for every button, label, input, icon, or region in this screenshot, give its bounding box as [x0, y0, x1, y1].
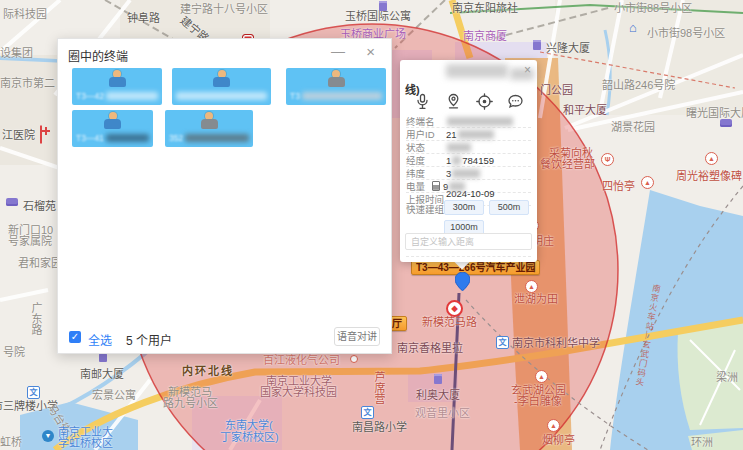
map-label: 江医院	[2, 129, 35, 141]
map-label: 君和家园	[18, 257, 62, 269]
value-blurred	[452, 156, 461, 165]
restaurant-icon: Ψ	[601, 153, 614, 166]
select-all-checkbox[interactable]: ✓	[69, 331, 81, 343]
terminal-name-fragment: 352	[169, 133, 183, 143]
terminal-name-fragment: T3—42	[76, 91, 104, 101]
location-pin-icon[interactable]	[445, 93, 462, 110]
terminal-card[interactable]	[172, 68, 271, 105]
user-avatar	[326, 70, 346, 90]
map-label: 南京市第二	[0, 77, 55, 89]
quick-group-row: 快速建组 300m500m1000m	[406, 200, 533, 235]
map-label: 南京香格里拉	[397, 342, 463, 354]
university-icon: ▼	[42, 430, 54, 442]
map-label: 烟柳亭	[542, 434, 575, 446]
value-blurred	[452, 169, 480, 178]
user-count-text: 5 个用户	[126, 331, 172, 348]
map-label: 南京市科利华中学	[512, 337, 600, 349]
house-icon: ⌂	[629, 23, 637, 33]
pavilion-icon: ▲	[705, 152, 718, 165]
selected-terminal-map-label[interactable]: T3—43—266号汽车产业园	[411, 260, 540, 275]
terminal-name-fragment: T3—41	[76, 133, 104, 143]
select-all-label[interactable]: 全选	[88, 331, 112, 348]
map-label: 曙光国际大厦	[686, 107, 743, 119]
map-label: 百江液化气公司	[263, 354, 340, 366]
pavilion-icon: ▲	[547, 419, 560, 432]
school-icon: 文	[496, 336, 509, 349]
terminal-name-blurred	[172, 90, 271, 101]
map-label: 观音里小区	[415, 407, 470, 419]
metro-station-icon[interactable]: ◆	[446, 300, 463, 317]
terminal-name-fragment: T3	[290, 91, 300, 101]
blur-blob	[106, 92, 158, 100]
field-value: 21	[446, 129, 495, 140]
map-label: 建宁路十八号小区	[180, 3, 268, 15]
map-label: 泄湖为田	[514, 293, 558, 305]
dialog-footer: ✓ 全选 5 个用户 语音对讲	[58, 327, 391, 353]
pavilion-icon: ▲	[641, 176, 654, 189]
group-distance-button[interactable]: 500m	[489, 200, 529, 215]
close-icon[interactable]: ×	[524, 63, 531, 77]
voice-intercom-button[interactable]: 语音对讲	[334, 327, 380, 346]
field-value: 3	[446, 168, 481, 179]
map-label: 宏景公寓	[92, 389, 136, 401]
map-label: 南昌路小学	[352, 421, 407, 433]
map-label: 芦席营	[373, 371, 385, 404]
terminals-in-circle-dialog: 圈中的终端 — × T3—42T3T3—41352 ✓ 全选 5 个用户 语音对…	[57, 38, 392, 354]
blur-blob	[106, 134, 149, 142]
map-label: 设集团	[0, 47, 33, 59]
map-label: 丁家桥校区)	[220, 431, 279, 443]
terminal-card[interactable]: T3—42	[72, 68, 162, 105]
map-label: 新模范马路	[422, 316, 477, 328]
map-label: 路九号小区	[163, 397, 218, 409]
field-label: 经度	[406, 153, 446, 167]
field-value: 1784159	[446, 155, 494, 166]
quick-group-label: 快速建组	[406, 200, 446, 235]
map-label: 内环北线	[182, 365, 234, 377]
group-distance-button[interactable]: 300m	[444, 200, 484, 215]
field-label: 用户ID	[406, 127, 446, 141]
pavilion-icon: ▲	[525, 280, 538, 293]
map-label: -李白雕像	[514, 395, 562, 407]
school-icon: 文	[27, 386, 40, 399]
map-label: 周光裕塑像碑	[676, 170, 742, 182]
blur-blob	[176, 92, 267, 100]
blur-blob	[302, 92, 382, 100]
map-label: 小市街98号小区	[647, 27, 725, 39]
map-label: 韶山路246号院	[602, 79, 675, 91]
microphone-icon[interactable]	[414, 93, 431, 110]
map-label: 四怡亭	[602, 180, 635, 192]
terminal-card[interactable]: T3	[286, 68, 386, 105]
map-label: 湖景花园	[611, 121, 655, 133]
value-blurred	[449, 182, 465, 191]
user-avatar	[103, 112, 123, 132]
map-label: 门公园	[540, 84, 573, 96]
terminal-card[interactable]: 352	[165, 110, 253, 147]
terminal-name-blurred: T3—41	[72, 132, 153, 143]
building-icon	[379, 1, 387, 11]
building-icon	[434, 374, 442, 384]
map-label: 石榴苑	[23, 200, 56, 212]
divider	[406, 256, 531, 257]
target-icon[interactable]	[476, 93, 493, 110]
map-label: 东南大学(	[225, 419, 273, 431]
terminal-name-blurred: T3—42	[72, 90, 162, 101]
map-label: 环洲	[691, 436, 713, 448]
close-icon[interactable]: ×	[366, 43, 375, 60]
terminal-detail-popup: × 线)	[400, 60, 537, 262]
terminal-location-marker[interactable]	[455, 272, 470, 291]
value-blurred	[447, 143, 471, 152]
value-blurred	[447, 117, 513, 126]
map-label: 际科技园	[3, 8, 47, 20]
terminal-card[interactable]: T3—41	[72, 110, 153, 147]
minimize-icon[interactable]: —	[331, 43, 345, 59]
map-label: 兴隆大厦	[546, 42, 590, 54]
chat-icon[interactable]	[507, 93, 524, 110]
school-icon: 文	[361, 406, 374, 419]
popup-title-blurred	[446, 64, 508, 78]
map-label: 南京商厦	[463, 30, 507, 42]
map-label: 虹桥	[0, 436, 22, 448]
quick-group-buttons: 300m500m1000m	[444, 200, 533, 235]
custom-distance-input[interactable]	[405, 233, 532, 250]
value-blurred	[458, 130, 494, 139]
map-label: 利奥大厦	[416, 389, 460, 401]
